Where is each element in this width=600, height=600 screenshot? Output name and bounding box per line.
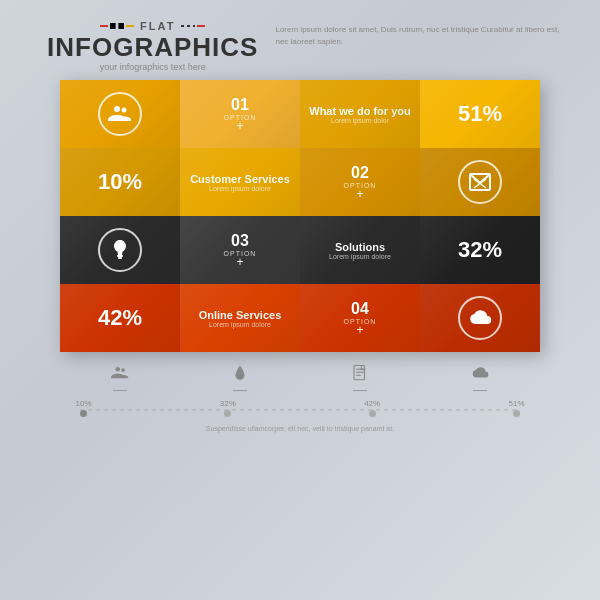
people-icon [108,102,132,126]
progress-markers: 10% 32% 42% 51% [80,399,520,421]
option-plus-02: + [356,187,363,201]
cell-r4c3: 04 OPTION + [300,284,420,352]
description-text: Lorem ipsum dolore sit amet, Duis rutrum… [275,24,570,48]
legend-item-2: —— [229,362,251,393]
percent-32: 32% [458,237,502,263]
header-subtitle: your infographics text here [100,62,206,72]
option-plus-04: + [356,323,363,337]
page-wrapper: FLAT INFOGRAPHICS your infographics text… [20,20,580,580]
cell-r1c3: What we do for you Lorem ipsum dolor [300,80,420,148]
section-sub-04: Lorem ipsum dolore [209,321,271,328]
percent-42: 42% [98,305,142,331]
svg-rect-8 [118,257,122,259]
icon-people-circle [98,92,142,136]
main-title: INFOGRAPHICS [47,34,258,60]
cell-r4c1: 42% [60,284,180,352]
header: FLAT INFOGRAPHICS your infographics text… [20,20,580,72]
option-num-01: 01 [231,96,249,114]
legend-doc-icon [349,362,371,384]
legend-drop-icon [229,362,251,384]
icon-bulb-circle [98,228,142,272]
cell-r1c1 [60,80,180,148]
cell-r3c1 [60,216,180,284]
title-line: FLAT [100,20,205,32]
marker-label-10: 10% [76,399,92,408]
bulb-icon [108,238,132,262]
section-sub-01: Lorem ipsum dolor [331,117,389,124]
dash-decor-right [181,25,205,27]
marker-label-42: 42% [364,399,380,408]
option-plus-01: + [236,119,243,133]
option-plus-03: + [236,255,243,269]
marker-32: 32% [224,403,231,417]
svg-rect-7 [117,255,123,257]
mail-icon [468,170,492,194]
header-description: Lorem ipsum dolore sit amet, Duis rutrum… [275,20,570,48]
cell-r3c3: Solutions Lorem ipsum dolore [300,216,420,284]
bottom-legend: —— —— [60,362,540,432]
flat-label: FLAT [140,20,175,32]
cell-r2c3: 02 OPTION + [300,148,420,216]
legend-item-3: —— [349,362,371,393]
cell-r4c4 [420,284,540,352]
cell-r1c2: 01 OPTION + [180,80,300,148]
dash-decor-left [100,23,134,29]
bottom-caption: Suspendisse ullamcorper, elt nec, velit … [60,425,540,432]
percent-10: 10% [98,169,142,195]
legend-item-1: —— [109,362,131,393]
option-num-02: 02 [351,164,369,182]
cell-r3c4: 32% [420,216,540,284]
legend-label-1: —— [113,386,127,393]
section-title-01: What we do for you [309,105,410,117]
legend-cloud-icon [469,362,491,384]
legend-label-3: —— [353,386,367,393]
section-title-04: Online Services [199,309,282,321]
dot-42 [369,410,376,417]
option-num-04: 04 [351,300,369,318]
icon-mail-circle [458,160,502,204]
cell-r1c4: 51% [420,80,540,148]
icon-cloud-circle [458,296,502,340]
legend-label-4: —— [473,386,487,393]
header-left: FLAT INFOGRAPHICS your infographics text… [30,20,275,72]
marker-label-51: 51% [508,399,524,408]
marker-label-32: 32% [220,399,236,408]
section-title-03: Solutions [335,241,385,253]
cell-r2c4 [420,148,540,216]
legend-people-icon [109,362,131,384]
infographic-grid: 01 OPTION + What we do for you Lorem ips… [60,80,540,352]
section-title-02: Customer Services [190,173,290,185]
cell-r4c2: Online Services Lorem ipsum dolore [180,284,300,352]
cell-r2c2: Customer Services Lorem ipsum dolore [180,148,300,216]
dot-10 [80,410,87,417]
cell-r2c1: 10% [60,148,180,216]
svg-point-0 [114,106,120,112]
section-sub-03: Lorem ipsum dolore [329,253,391,260]
svg-point-9 [116,367,121,372]
option-num-03: 03 [231,232,249,250]
legend-item-4: —— [469,362,491,393]
cell-r3c2: 03 OPTION + [180,216,300,284]
svg-point-1 [122,108,127,113]
marker-51: 51% [513,403,520,417]
dot-51 [513,410,520,417]
marker-42: 42% [369,403,376,417]
marker-10: 10% [80,403,87,417]
legend-icons: —— —— [60,362,540,393]
section-sub-02: Lorem ipsum dolore [209,185,271,192]
dot-32 [224,410,231,417]
progress-bar: 10% 32% 42% 51% [80,399,520,421]
svg-point-10 [121,368,125,372]
percent-51: 51% [458,101,502,127]
legend-label-2: —— [233,386,247,393]
cloud-icon [468,306,492,330]
